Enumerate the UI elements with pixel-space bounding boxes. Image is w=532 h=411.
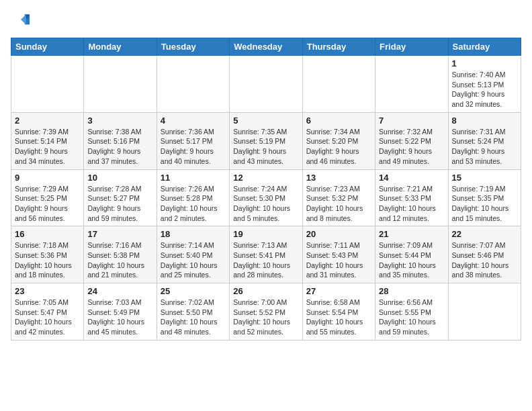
calendar-week-row: 16Sunrise: 7:18 AM Sunset: 5:36 PM Dayli… (11, 226, 521, 283)
day-number: 22 (452, 229, 517, 239)
calendar-day-cell: 3Sunrise: 7:38 AM Sunset: 5:16 PM Daylig… (84, 112, 157, 169)
weekday-header: Tuesday (157, 38, 229, 56)
day-info: Sunrise: 7:21 AM Sunset: 5:33 PM Dayligh… (379, 184, 444, 224)
day-number: 26 (233, 286, 298, 296)
day-info: Sunrise: 7:13 AM Sunset: 5:41 PM Dayligh… (233, 240, 298, 280)
day-number: 2 (15, 116, 80, 126)
calendar-week-row: 1Sunrise: 7:40 AM Sunset: 5:13 PM Daylig… (11, 56, 521, 113)
calendar-day-cell: 6Sunrise: 7:34 AM Sunset: 5:20 PM Daylig… (302, 112, 375, 169)
day-number: 21 (379, 229, 444, 239)
day-info: Sunrise: 7:16 AM Sunset: 5:38 PM Dayligh… (87, 240, 152, 280)
svg-marker-2 (21, 15, 26, 25)
day-number: 6 (306, 116, 371, 126)
day-number: 14 (379, 173, 444, 183)
day-info: Sunrise: 6:58 AM Sunset: 5:54 PM Dayligh… (306, 298, 371, 337)
calendar-day-cell (84, 56, 157, 113)
day-number: 20 (306, 229, 371, 239)
day-info: Sunrise: 7:19 AM Sunset: 5:35 PM Dayligh… (452, 184, 517, 224)
day-info: Sunrise: 7:26 AM Sunset: 5:28 PM Dayligh… (161, 184, 226, 224)
day-info: Sunrise: 7:09 AM Sunset: 5:44 PM Dayligh… (379, 240, 444, 280)
calendar-day-cell (302, 56, 375, 113)
day-info: Sunrise: 7:07 AM Sunset: 5:46 PM Dayligh… (452, 240, 517, 280)
day-number: 16 (15, 229, 80, 239)
weekday-header: Saturday (448, 38, 521, 56)
day-number: 28 (379, 286, 444, 296)
calendar-day-cell: 21Sunrise: 7:09 AM Sunset: 5:44 PM Dayli… (375, 226, 448, 283)
weekday-header: Thursday (302, 38, 375, 56)
calendar-day-cell: 22Sunrise: 7:07 AM Sunset: 5:46 PM Dayli… (448, 226, 521, 283)
calendar-week-row: 23Sunrise: 7:05 AM Sunset: 5:47 PM Dayli… (11, 283, 521, 340)
weekday-header: Monday (84, 38, 157, 56)
day-info: Sunrise: 7:28 AM Sunset: 5:27 PM Dayligh… (87, 184, 152, 224)
day-number: 18 (161, 229, 226, 239)
day-info: Sunrise: 7:18 AM Sunset: 5:36 PM Dayligh… (15, 240, 80, 280)
day-info: Sunrise: 7:24 AM Sunset: 5:30 PM Dayligh… (233, 184, 298, 224)
weekday-header: Friday (375, 38, 448, 56)
calendar-day-cell: 11Sunrise: 7:26 AM Sunset: 5:28 PM Dayli… (157, 169, 229, 226)
day-info: Sunrise: 7:03 AM Sunset: 5:49 PM Dayligh… (87, 298, 152, 337)
day-number: 17 (87, 229, 152, 239)
day-info: Sunrise: 7:00 AM Sunset: 5:52 PM Dayligh… (233, 298, 298, 337)
calendar-day-cell (375, 56, 448, 113)
day-number: 1 (452, 58, 517, 68)
calendar-day-cell: 25Sunrise: 7:02 AM Sunset: 5:50 PM Dayli… (157, 283, 229, 340)
day-info: Sunrise: 7:40 AM Sunset: 5:13 PM Dayligh… (452, 70, 517, 109)
day-number: 9 (15, 173, 80, 183)
page-header (11, 11, 521, 32)
day-info: Sunrise: 7:05 AM Sunset: 5:47 PM Dayligh… (15, 298, 80, 337)
day-info: Sunrise: 7:34 AM Sunset: 5:20 PM Dayligh… (306, 127, 371, 167)
calendar-day-cell: 13Sunrise: 7:23 AM Sunset: 5:32 PM Dayli… (302, 169, 375, 226)
calendar-day-cell: 18Sunrise: 7:14 AM Sunset: 5:40 PM Dayli… (157, 226, 229, 283)
day-number: 24 (87, 286, 152, 296)
day-number: 12 (233, 173, 298, 183)
day-info: Sunrise: 7:35 AM Sunset: 5:19 PM Dayligh… (233, 127, 298, 167)
day-info: Sunrise: 7:14 AM Sunset: 5:40 PM Dayligh… (161, 240, 226, 280)
calendar-day-cell: 24Sunrise: 7:03 AM Sunset: 5:49 PM Dayli… (84, 283, 157, 340)
day-number: 15 (452, 173, 517, 183)
day-number: 27 (306, 286, 371, 296)
calendar-week-row: 2Sunrise: 7:39 AM Sunset: 5:14 PM Daylig… (11, 112, 521, 169)
calendar-day-cell: 14Sunrise: 7:21 AM Sunset: 5:33 PM Dayli… (375, 169, 448, 226)
calendar-day-cell (11, 56, 84, 113)
calendar-day-cell: 7Sunrise: 7:32 AM Sunset: 5:22 PM Daylig… (375, 112, 448, 169)
day-number: 3 (87, 116, 152, 126)
day-info: Sunrise: 7:23 AM Sunset: 5:32 PM Dayligh… (306, 184, 371, 224)
calendar-day-cell: 20Sunrise: 7:11 AM Sunset: 5:43 PM Dayli… (302, 226, 375, 283)
calendar-day-cell: 2Sunrise: 7:39 AM Sunset: 5:14 PM Daylig… (11, 112, 84, 169)
weekday-header: Sunday (11, 38, 84, 56)
calendar-day-cell (157, 56, 229, 113)
day-number: 11 (161, 173, 226, 183)
calendar-day-cell: 27Sunrise: 6:58 AM Sunset: 5:54 PM Dayli… (302, 283, 375, 340)
day-info: Sunrise: 7:39 AM Sunset: 5:14 PM Dayligh… (15, 127, 80, 167)
calendar-day-cell: 16Sunrise: 7:18 AM Sunset: 5:36 PM Dayli… (11, 226, 84, 283)
day-number: 5 (233, 116, 298, 126)
calendar-week-row: 9Sunrise: 7:29 AM Sunset: 5:25 PM Daylig… (11, 169, 521, 226)
day-info: Sunrise: 7:11 AM Sunset: 5:43 PM Dayligh… (306, 240, 371, 280)
day-number: 19 (233, 229, 298, 239)
calendar-day-cell: 28Sunrise: 6:56 AM Sunset: 5:55 PM Dayli… (375, 283, 448, 340)
calendar-header-row: SundayMondayTuesdayWednesdayThursdayFrid… (11, 38, 521, 56)
day-number: 10 (87, 173, 152, 183)
calendar-day-cell: 26Sunrise: 7:00 AM Sunset: 5:52 PM Dayli… (230, 283, 302, 340)
calendar-table: SundayMondayTuesdayWednesdayThursdayFrid… (11, 38, 521, 340)
day-info: Sunrise: 7:31 AM Sunset: 5:24 PM Dayligh… (452, 127, 517, 167)
day-info: Sunrise: 7:32 AM Sunset: 5:22 PM Dayligh… (379, 127, 444, 167)
calendar-day-cell (448, 283, 521, 340)
calendar-day-cell: 23Sunrise: 7:05 AM Sunset: 5:47 PM Dayli… (11, 283, 84, 340)
day-info: Sunrise: 7:02 AM Sunset: 5:50 PM Dayligh… (161, 298, 226, 337)
day-info: Sunrise: 7:29 AM Sunset: 5:25 PM Dayligh… (15, 184, 80, 224)
day-info: Sunrise: 7:38 AM Sunset: 5:16 PM Dayligh… (87, 127, 152, 167)
calendar-day-cell: 4Sunrise: 7:36 AM Sunset: 5:17 PM Daylig… (157, 112, 229, 169)
calendar-day-cell: 19Sunrise: 7:13 AM Sunset: 5:41 PM Dayli… (230, 226, 302, 283)
calendar-day-cell: 17Sunrise: 7:16 AM Sunset: 5:38 PM Dayli… (84, 226, 157, 283)
day-number: 8 (452, 116, 517, 126)
logo (11, 11, 32, 32)
calendar-day-cell: 5Sunrise: 7:35 AM Sunset: 5:19 PM Daylig… (230, 112, 302, 169)
day-number: 13 (306, 173, 371, 183)
calendar-day-cell: 8Sunrise: 7:31 AM Sunset: 5:24 PM Daylig… (448, 112, 521, 169)
calendar-day-cell (230, 56, 302, 113)
day-info: Sunrise: 6:56 AM Sunset: 5:55 PM Dayligh… (379, 298, 444, 337)
day-number: 7 (379, 116, 444, 126)
weekday-header: Wednesday (230, 38, 302, 56)
day-number: 25 (161, 286, 226, 296)
